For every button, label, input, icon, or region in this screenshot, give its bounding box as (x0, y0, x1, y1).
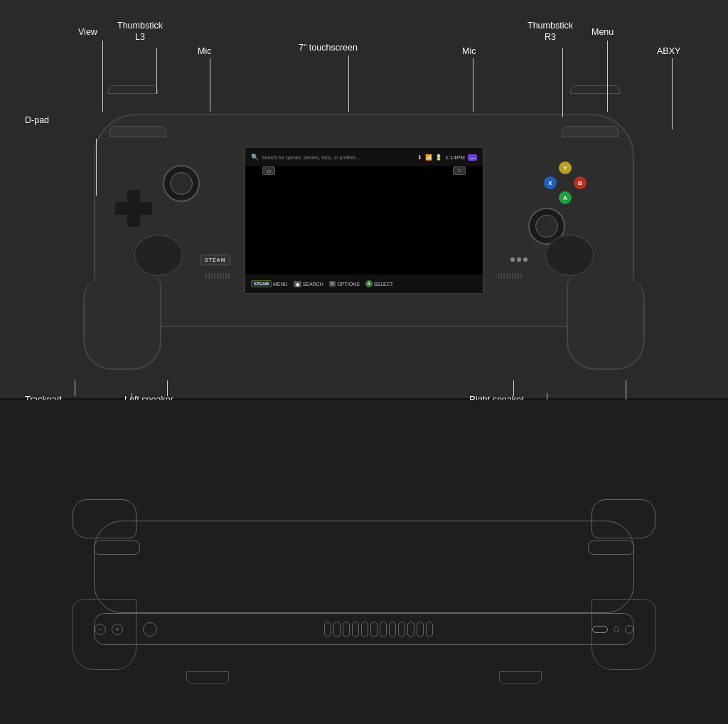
touchscreen[interactable]: 🔍 Search for games, genres, tags, or pro… (243, 146, 485, 295)
headphone-jack (143, 622, 157, 637)
type-c-port (592, 626, 608, 633)
x-button[interactable]: X (544, 176, 557, 189)
bumper-r1 (562, 126, 619, 137)
deck-body: 🔍 Search for games, genres, tags, or pro… (94, 114, 634, 327)
search-btn-icon: ◉ (294, 281, 301, 287)
search-placeholder-text: Search for games, genres, tags, or profi… (262, 155, 360, 160)
grip-right (567, 277, 645, 370)
label-menu: Menu (592, 27, 614, 37)
volume-minus[interactable]: − (95, 624, 106, 635)
options-badge: ≡ OPTIONS (329, 281, 360, 287)
quick-access-button[interactable] (510, 257, 528, 262)
a-btn-icon: A (365, 280, 373, 287)
view-button[interactable]: ⊡ (262, 166, 275, 175)
search-icon: 🔍 (251, 154, 259, 161)
screen-content (245, 166, 483, 275)
label-abxy: ABXY (657, 46, 680, 56)
search-badge: ◉ SEARCH (294, 281, 323, 287)
bottom-edge: − + (94, 613, 634, 645)
dpad[interactable] (115, 190, 152, 227)
label-dpad: D-pad (25, 115, 49, 125)
download-icon: ⬇ (417, 154, 422, 161)
battery-percentage: — (468, 154, 477, 161)
top-section: 🔍 Search for games, genres, tags, or pro… (0, 0, 728, 398)
trackpad-left[interactable] (134, 235, 183, 276)
left-speaker (205, 273, 230, 279)
screen-search: 🔍 Search for games, genres, tags, or pro… (251, 154, 414, 161)
label-thumbstick-r3: Thumbstick R3 (528, 20, 573, 43)
foot-left (186, 671, 229, 684)
label-thumbstick-l3: Thumbstick L3 (117, 20, 163, 43)
bumper-l1 (109, 126, 166, 137)
bottom-section: − + (0, 400, 728, 724)
select-badge: A SELECT (365, 280, 393, 287)
device-front: 🔍 Search for games, genres, tags, or pro… (94, 85, 634, 356)
a-button[interactable]: A (559, 191, 572, 204)
y-button[interactable]: Y (559, 161, 572, 174)
steam-menu-badge: STEAM MENU (251, 280, 288, 287)
steam-badge-label: STEAM (251, 280, 272, 287)
screen-time: 1:14PM (445, 154, 465, 161)
trigger-r2 (570, 85, 620, 94)
options-btn-icon: ≡ (329, 281, 336, 287)
foot-right (499, 671, 542, 684)
label-view: View (78, 27, 97, 37)
screen-status-icons: ⬇ 📶 🔋 1:14PM — (417, 154, 477, 161)
menu-button[interactable]: ≡ (453, 166, 466, 175)
device-back: − + (73, 499, 655, 670)
label-mic-right: Mic (462, 46, 476, 56)
right-speaker (498, 273, 523, 279)
trackpad-right[interactable] (545, 235, 594, 276)
power-button[interactable] (625, 625, 633, 634)
label-touchscreen: 7" touchscreen (299, 43, 358, 53)
label-mic-left: Mic (198, 46, 211, 56)
volume-plus[interactable]: + (112, 624, 123, 635)
abxy-group: Y X B A (544, 161, 587, 204)
wifi-icon: 📶 (425, 154, 432, 161)
trigger-l2 (108, 85, 158, 94)
fan-grille (324, 622, 433, 637)
status-led (614, 627, 619, 632)
thumbstick-l3[interactable] (163, 165, 200, 202)
steam-button[interactable]: STEAM (200, 255, 230, 265)
b-button[interactable]: B (574, 176, 587, 189)
screen-bottombar: STEAM MENU ◉ SEARCH ≡ OPTIONS A SELECT (245, 275, 483, 293)
deck-back-body (94, 521, 634, 613)
battery-icon: 🔋 (435, 154, 442, 161)
grip-left (83, 277, 161, 370)
